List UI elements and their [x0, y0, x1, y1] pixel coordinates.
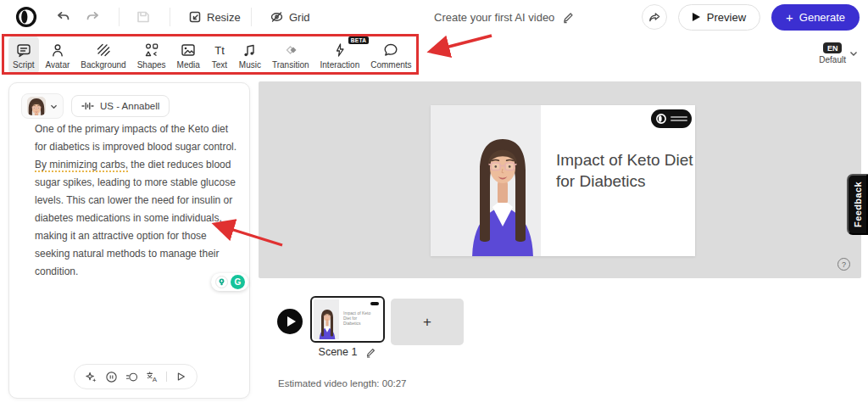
- thumb-title: Impact of Keto Diet for Diabetics: [343, 310, 374, 326]
- script-icon: [15, 41, 32, 59]
- svg-text:A: A: [153, 376, 158, 383]
- play-icon: [287, 316, 296, 327]
- music-icon: [242, 41, 259, 59]
- brand-logo: [651, 109, 692, 128]
- tab-interaction[interactable]: BETA Interaction: [316, 36, 364, 75]
- generate-button[interactable]: + Generate: [771, 4, 860, 31]
- tab-transition[interactable]: Transition: [268, 36, 314, 75]
- play-icon: [693, 13, 700, 21]
- script-panel: US - Annabell One of the primary impacts…: [8, 82, 250, 399]
- preview-label: Preview: [707, 11, 746, 24]
- add-scene-button[interactable]: +: [391, 299, 464, 345]
- text-icon: Tt: [211, 41, 228, 59]
- language-badge: EN: [823, 42, 843, 53]
- resize-label: Resize: [207, 11, 241, 24]
- script-text-highlighted[interactable]: By minimizing carbs,: [35, 159, 128, 170]
- chevron-down-icon: [50, 103, 58, 109]
- feedback-label: Feedback: [853, 182, 863, 227]
- tab-script-label: Script: [13, 60, 35, 70]
- resize-icon: [188, 10, 202, 24]
- brand-mark-icon: [655, 113, 667, 125]
- language-label: Default: [819, 55, 846, 64]
- preview-audio-icon[interactable]: [175, 371, 186, 383]
- tab-comments[interactable]: Comments: [366, 36, 415, 75]
- shapes-icon: [143, 41, 160, 59]
- divider: [119, 8, 120, 26]
- top-bar: Resize Grid Create your first AI video P…: [0, 0, 868, 34]
- redo-button[interactable]: [85, 8, 102, 25]
- tab-text[interactable]: Tt Text: [207, 36, 232, 75]
- video-canvas[interactable]: Impact of Keto Diet for Diabetics: [259, 81, 861, 278]
- tab-avatar-label: Avatar: [46, 60, 70, 70]
- edit-title-icon[interactable]: [562, 11, 575, 24]
- tab-music[interactable]: Music: [235, 36, 265, 75]
- tab-avatar[interactable]: Avatar: [42, 36, 75, 75]
- tab-background-label: Background: [81, 60, 125, 70]
- script-text-before: One of the primary impacts of the Keto d…: [35, 123, 236, 153]
- chevron-down-icon: [849, 50, 858, 57]
- divider: [170, 8, 170, 26]
- tab-media-label: Media: [177, 60, 200, 70]
- grid-toggle-button[interactable]: Grid: [270, 0, 310, 34]
- grammarly-widget[interactable]: G: [211, 273, 248, 291]
- project-title[interactable]: Create your first AI video: [434, 11, 554, 24]
- transition-icon: [282, 41, 299, 59]
- background-icon: [95, 41, 112, 59]
- timeline-play-button[interactable]: [277, 309, 303, 334]
- tab-transition-label: Transition: [272, 60, 309, 70]
- save-icon[interactable]: [134, 8, 153, 26]
- ai-assistant-icon[interactable]: [85, 371, 97, 383]
- estimated-length: Estimated video length: 00:27: [278, 378, 407, 388]
- scene-label: Scene 1: [319, 346, 358, 358]
- avatar-thumbnail: [27, 97, 46, 115]
- pronunciation-icon[interactable]: [125, 371, 138, 383]
- language-selector[interactable]: EN Default: [819, 42, 858, 64]
- tab-comments-label: Comments: [370, 60, 411, 70]
- undo-button[interactable]: [54, 8, 71, 25]
- grid-hidden-icon: [270, 10, 284, 24]
- scene-thumbnail[interactable]: Impact of Keto Diet for Diabetics: [310, 296, 385, 343]
- preview-button[interactable]: Preview: [678, 4, 760, 31]
- grammarly-icon[interactable]: G: [231, 275, 245, 289]
- app-logo-icon: [15, 6, 37, 28]
- waveform-icon: [81, 101, 94, 111]
- generate-label: Generate: [799, 11, 845, 24]
- interaction-icon: [331, 41, 348, 59]
- tab-interaction-label: Interaction: [320, 60, 360, 70]
- share-button[interactable]: [642, 4, 667, 30]
- app-window: Resize Grid Create your first AI video P…: [0, 0, 868, 408]
- rename-scene-icon[interactable]: [365, 347, 376, 358]
- svg-text:Tt: Tt: [214, 43, 225, 56]
- tab-text-label: Text: [212, 60, 227, 70]
- translate-icon[interactable]: A: [146, 371, 159, 383]
- presenter-avatar[interactable]: [460, 132, 545, 256]
- tab-background[interactable]: Background: [76, 36, 130, 75]
- grid-label: Grid: [289, 11, 310, 24]
- project-title-row: Create your first AI video: [434, 0, 575, 34]
- slide-title[interactable]: Impact of Keto Diet for Diabetics: [556, 149, 695, 192]
- comments-icon: [382, 41, 399, 59]
- thumb-brand-logo: [370, 302, 379, 305]
- annotation-arrow-toolbar: [432, 36, 492, 51]
- add-pause-icon[interactable]: [105, 371, 118, 383]
- plus-icon: +: [786, 11, 793, 24]
- script-editor[interactable]: One of the primary impacts of the Keto d…: [35, 120, 238, 281]
- media-icon: [180, 41, 197, 59]
- resize-button[interactable]: Resize: [188, 0, 241, 34]
- tab-music-label: Music: [239, 60, 261, 70]
- thumb-avatar: [316, 308, 338, 339]
- brand-text-lines: [670, 116, 687, 121]
- avatar-selector[interactable]: [21, 93, 64, 119]
- tab-shapes[interactable]: Shapes: [133, 36, 170, 75]
- tab-script[interactable]: Script: [8, 36, 39, 75]
- voice-selector[interactable]: US - Annabell: [71, 95, 170, 117]
- script-text-after: the diet reduces blood sugar spikes, lea…: [35, 159, 236, 277]
- slide-preview[interactable]: Impact of Keto Diet for Diabetics: [431, 105, 695, 256]
- divider: [251, 8, 252, 26]
- tab-media[interactable]: Media: [173, 36, 204, 75]
- suggestion-bulb-icon[interactable]: [214, 275, 229, 289]
- help-button[interactable]: ?: [837, 258, 850, 271]
- feedback-tab[interactable]: Feedback: [847, 174, 868, 235]
- editor-tab-bar: Script Avatar Background Shapes Media Tt…: [8, 36, 416, 75]
- script-tools: A: [74, 364, 198, 389]
